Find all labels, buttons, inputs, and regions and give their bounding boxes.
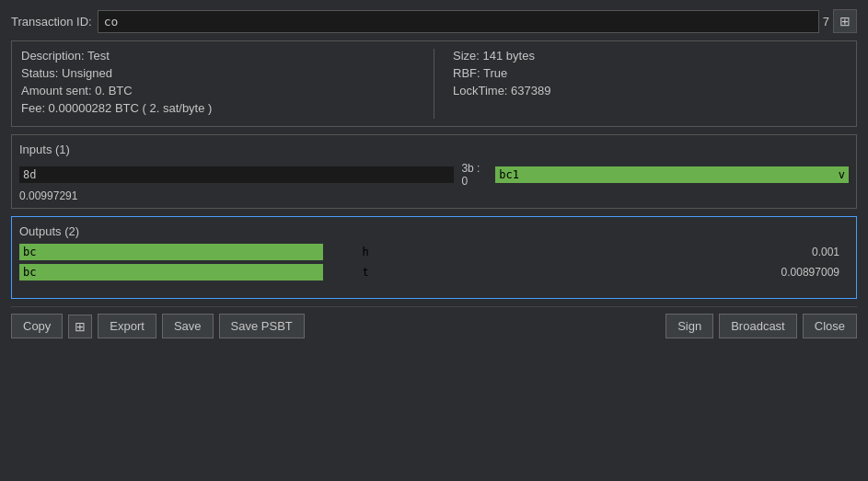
info-section: Description: Test Status: Unsigned Amoun… (11, 40, 857, 127)
input-amount: 0.00997291 (19, 189, 849, 202)
output-address-2: bc t (19, 264, 323, 281)
main-container: Transaction ID: 7 ⊞ Description: Test St… (0, 0, 868, 481)
footer-right: Sign Broadcast Close (665, 314, 857, 338)
outputs-section: Outputs (2) bc h 0.001 bc t 0.00897009 (11, 216, 857, 299)
inputs-section: Inputs (1) 3b : 0 bc1 v 0.00997291 (11, 134, 857, 209)
size-row: Size: 141 bytes (453, 49, 847, 63)
txid-row: Transaction ID: 7 ⊞ (11, 9, 857, 33)
locktime-row: LockTime: 637389 (453, 84, 847, 97)
broadcast-button[interactable]: Broadcast (719, 314, 797, 338)
input-address: bc1 v (495, 166, 849, 183)
save-button[interactable]: Save (162, 314, 214, 338)
qr-icon: ⊞ (839, 15, 851, 28)
qr-button[interactable]: ⊞ (68, 315, 92, 338)
input-txid-field[interactable] (19, 166, 454, 183)
description-row: Description: Test (21, 49, 415, 63)
output-amount-2: 0.00897009 (781, 266, 849, 279)
rbf-row: RBF: True (453, 66, 847, 80)
info-right: Size: 141 bytes RBF: True LockTime: 6373… (434, 49, 847, 119)
amount-row: Amount sent: 0. BTC (21, 84, 415, 97)
qr-footer-icon: ⊞ (75, 319, 86, 334)
inputs-title: Inputs (1) (19, 143, 849, 156)
footer: Copy ⊞ Export Save Save PSBT Sign Broadc… (11, 306, 857, 345)
txid-label: Transaction ID: (11, 15, 92, 29)
copy-button[interactable]: Copy (11, 314, 63, 338)
outputs-title: Outputs (2) (19, 224, 849, 238)
txid-input[interactable] (98, 10, 819, 33)
output-row-1: bc h 0.001 (19, 244, 849, 260)
close-button[interactable]: Close (803, 314, 857, 338)
export-button[interactable]: Export (98, 314, 156, 338)
output-row-2: bc t 0.00897009 (19, 264, 849, 281)
output-amount-1: 0.001 (812, 246, 849, 258)
fee-row: Fee: 0.00000282 BTC ( 2. sat/byte ) (21, 101, 415, 115)
output-address-1: bc h (19, 244, 323, 260)
qr-code-button[interactable]: ⊞ (833, 9, 857, 33)
info-left: Description: Test Status: Unsigned Amoun… (21, 49, 434, 119)
sign-button[interactable]: Sign (665, 314, 713, 338)
input-row: 3b : 0 bc1 v (19, 162, 849, 188)
txid-suffix: 7 (823, 15, 829, 29)
save-psbt-button[interactable]: Save PSBT (219, 314, 305, 338)
footer-left: Copy ⊞ Export Save Save PSBT (11, 314, 305, 338)
input-index: 3b : 0 (461, 162, 488, 188)
status-row: Status: Unsigned (21, 66, 415, 80)
